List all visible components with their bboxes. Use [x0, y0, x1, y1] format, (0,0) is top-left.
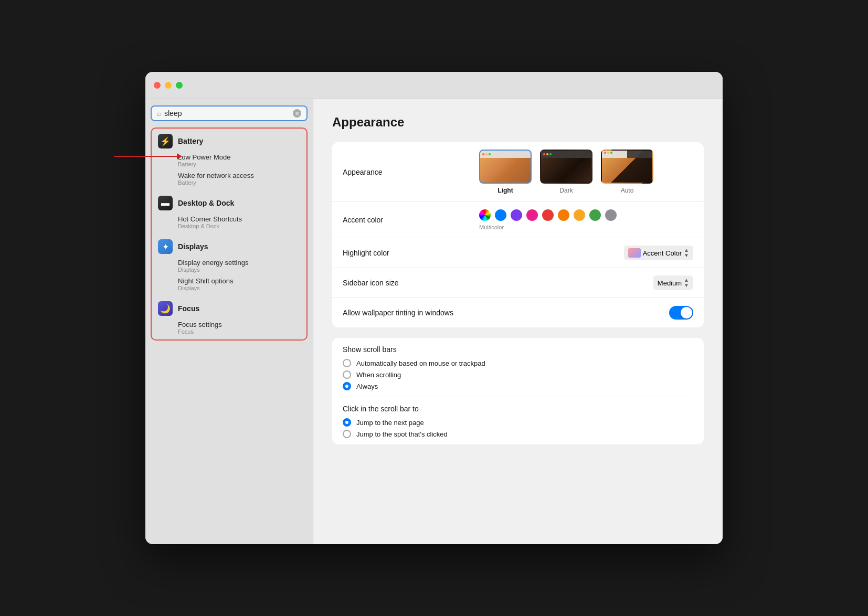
- title-bar: [145, 72, 723, 99]
- search-input[interactable]: [164, 109, 290, 118]
- accent-color-row: Accent color: [332, 202, 704, 238]
- appearance-setting-row: Appearance Light: [332, 142, 704, 202]
- search-clear-button[interactable]: ✕: [293, 109, 301, 118]
- night-shift-title: Night Shift options: [178, 277, 300, 285]
- thumb-dot-green: [489, 153, 491, 155]
- accent-color-options: [479, 209, 617, 221]
- show-scroll-bars-label: Show scroll bars: [332, 338, 704, 357]
- sidebar-item-hot-corner[interactable]: Hot Corner Shortcuts Desktop & Dock: [154, 214, 304, 231]
- accent-multicolor[interactable]: [479, 209, 491, 221]
- battery-section-title: Battery: [178, 137, 203, 145]
- accent-orange[interactable]: [558, 209, 569, 221]
- display-energy-title: Display energy settings: [178, 259, 300, 267]
- sidebar-icon-size-dropdown[interactable]: Medium ▲▼: [653, 275, 693, 290]
- appearance-auto-option[interactable]: Auto: [601, 150, 653, 194]
- sidebar-icon-size-label: Sidebar icon size: [343, 279, 479, 287]
- sidebar-item-battery[interactable]: ⚡ Battery: [154, 132, 304, 151]
- auto-label: Auto: [621, 187, 634, 194]
- search-box[interactable]: ⌕ ✕: [151, 105, 308, 121]
- sidebar-item-wake-network[interactable]: Wake for network access Battery: [154, 170, 304, 187]
- thumb-dot-red-dark: [543, 153, 545, 155]
- sidebar-item-focus[interactable]: 🌙 Focus: [154, 299, 304, 318]
- accent-purple[interactable]: [511, 209, 522, 221]
- appearance-label: Appearance: [343, 168, 479, 176]
- thumb-dot-yellow: [485, 153, 488, 155]
- click-spot-label: Jump to the spot that's clicked: [356, 430, 448, 438]
- system-preferences-window: ⌕ ✕ ⚡ Battery Low Power Mode Battery: [145, 72, 723, 544]
- accent-red[interactable]: [542, 209, 554, 221]
- sidebar-item-focus-settings[interactable]: Focus settings Focus: [154, 319, 304, 336]
- display-energy-subtitle: Displays: [178, 267, 300, 273]
- appearance-auto-thumbnail: [601, 150, 653, 184]
- show-scroll-bars-options: Automatically based on mouse or trackpad…: [332, 357, 704, 397]
- light-label: Light: [497, 187, 513, 194]
- appearance-dark-thumbnail: [540, 150, 592, 184]
- scroll-auto-option[interactable]: Automatically based on mouse or trackpad: [343, 359, 693, 367]
- scroll-always-option[interactable]: Always: [343, 382, 693, 390]
- main-content: Appearance Appearance: [313, 99, 723, 544]
- click-scroll-bar-label: Click in the scroll bar to: [332, 397, 704, 416]
- click-spot-option[interactable]: Jump to the spot that's clicked: [343, 430, 693, 438]
- wallpaper-tinting-label: Allow wallpaper tinting in windows: [343, 309, 479, 317]
- radio-inner-dot-2: [345, 421, 348, 424]
- sidebar-item-desktop-dock[interactable]: ▬ Desktop & Dock: [154, 194, 304, 213]
- night-shift-subtitle: Displays: [178, 285, 300, 291]
- displays-section-title: Displays: [178, 242, 208, 251]
- scroll-always-radio: [343, 382, 351, 390]
- highlight-color-dropdown[interactable]: Accent Color ▲▼: [624, 246, 693, 260]
- click-next-page-option[interactable]: Jump to the next page: [343, 418, 693, 427]
- displays-icon: ✦: [158, 239, 173, 254]
- sidebar-item-display-energy[interactable]: Display energy settings Displays: [154, 257, 304, 274]
- sidebar-icon-size-value: Medium: [658, 279, 682, 287]
- click-spot-radio: [343, 430, 351, 438]
- maximize-button[interactable]: [176, 82, 183, 89]
- appearance-dark-option[interactable]: Dark: [540, 150, 592, 194]
- traffic-lights: [154, 82, 183, 89]
- scroll-when-radio: [343, 370, 351, 379]
- dark-label: Dark: [559, 187, 573, 194]
- accent-green[interactable]: [589, 209, 601, 221]
- toggle-thumb: [681, 307, 692, 318]
- click-scroll-bar-options: Jump to the next page Jump to the spot t…: [332, 416, 704, 444]
- light-titlebar: [480, 151, 531, 158]
- low-power-mode-subtitle: Battery: [178, 161, 300, 167]
- sidebar: ⌕ ✕ ⚡ Battery Low Power Mode Battery: [145, 99, 313, 544]
- close-button[interactable]: [154, 82, 161, 89]
- desktop-dock-icon: ▬: [158, 196, 173, 210]
- appearance-light-thumbnail: [479, 150, 532, 184]
- accent-yellow[interactable]: [574, 209, 585, 221]
- radio-inner-dot: [345, 385, 348, 388]
- accent-selected-label: Multicolor: [479, 224, 504, 230]
- thumb-dot-green-dark: [549, 153, 552, 155]
- low-power-mode-title: Low Power Mode: [178, 153, 300, 161]
- highlight-color-value: Accent Color: [643, 249, 682, 257]
- sidebar-icon-size-row: Sidebar icon size Medium ▲▼: [332, 268, 704, 298]
- click-next-page-radio: [343, 418, 351, 427]
- arrow-annotation: [114, 153, 182, 160]
- auto-titlebar-left: [602, 151, 627, 158]
- search-icon: ⌕: [157, 109, 161, 118]
- accent-blue[interactable]: [495, 209, 506, 221]
- sidebar-item-night-shift[interactable]: Night Shift options Displays: [154, 275, 304, 293]
- scroll-when-label: When scrolling: [356, 371, 401, 379]
- scroll-auto-label: Automatically based on mouse or trackpad: [356, 359, 485, 367]
- scroll-when-scrolling-option[interactable]: When scrolling: [343, 370, 693, 379]
- thumb-dot-red: [482, 153, 484, 155]
- wallpaper-tinting-row: Allow wallpaper tinting in windows: [332, 298, 704, 327]
- focus-settings-subtitle: Focus: [178, 328, 300, 335]
- accent-graphite[interactable]: [605, 209, 617, 221]
- minimize-button[interactable]: [165, 82, 172, 89]
- click-next-page-label: Jump to the next page: [356, 419, 424, 427]
- appearance-light-option[interactable]: Light: [479, 150, 532, 194]
- auto-titlebar-right: [627, 151, 652, 158]
- thumb-dot-yellow-dark: [546, 153, 548, 155]
- highlight-color-label: Highlight color: [343, 249, 479, 257]
- wallpaper-tinting-toggle[interactable]: [669, 306, 693, 320]
- wake-network-title: Wake for network access: [178, 172, 300, 179]
- focus-icon: 🌙: [158, 301, 173, 316]
- focus-settings-title: Focus settings: [178, 321, 300, 328]
- scroll-bars-card: Show scroll bars Automatically based on …: [332, 338, 704, 444]
- sidebar-item-displays[interactable]: ✦ Displays: [154, 237, 304, 256]
- focus-section-title: Focus: [178, 304, 199, 313]
- accent-pink[interactable]: [526, 209, 538, 221]
